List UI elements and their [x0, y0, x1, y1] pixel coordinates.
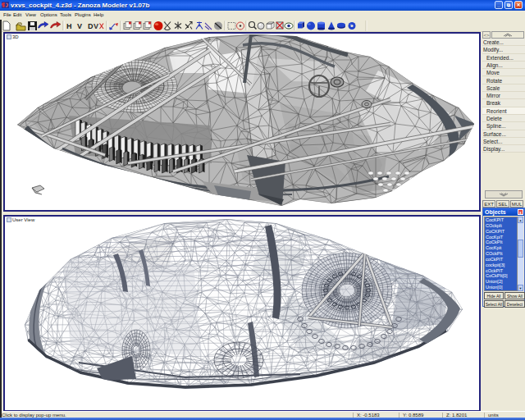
svg-text:V: V — [94, 22, 98, 30]
svg-text:H: H — [66, 22, 72, 30]
svg-text:D: D — [88, 22, 94, 30]
svg-text:V: V — [77, 22, 82, 30]
